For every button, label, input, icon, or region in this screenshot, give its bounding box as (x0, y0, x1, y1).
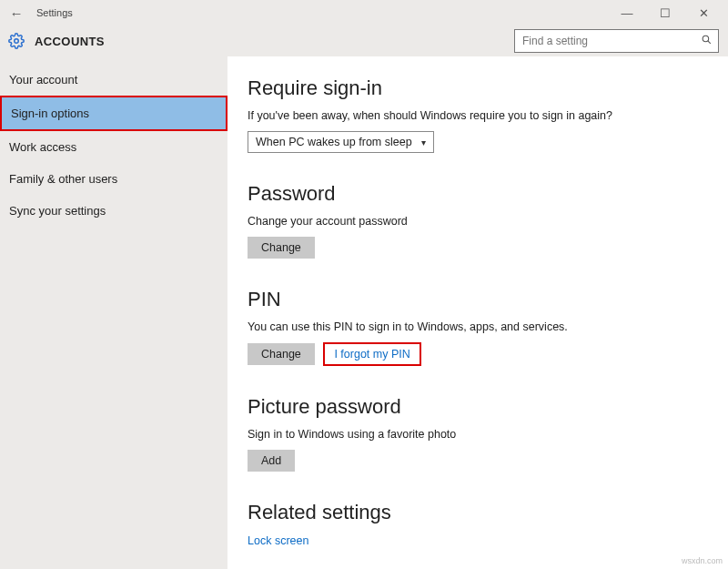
sidebar-item-sync-your-settings[interactable]: Sync your settings (0, 195, 228, 227)
maximize-button[interactable]: ☐ (646, 6, 684, 20)
sidebar-item-family-other-users[interactable]: Family & other users (0, 163, 228, 195)
sidebar-item-sign-in-options[interactable]: Sign-in options (0, 96, 228, 131)
minimize-button[interactable]: — (608, 6, 646, 20)
section-title: PIN (248, 288, 719, 311)
change-password-button[interactable]: Change (248, 237, 315, 259)
section-related-settings: Related settings Lock screen (248, 501, 719, 547)
section-password: Password Change your account password Ch… (248, 182, 719, 259)
section-title: Require sign-in (248, 76, 719, 100)
lock-screen-link[interactable]: Lock screen (248, 534, 308, 547)
forgot-pin-link[interactable]: I forgot my PIN (323, 342, 420, 366)
sidebar-item-label: Work access (9, 140, 76, 154)
section-desc: If you've been away, when should Windows… (248, 109, 719, 122)
section-title: Password (248, 182, 719, 206)
search-icon[interactable] (694, 34, 718, 48)
svg-point-1 (703, 36, 709, 42)
section-desc: You can use this PIN to sign in to Windo… (248, 320, 719, 333)
search-input[interactable] (515, 35, 694, 47)
sidebar-item-label: Family & other users (9, 172, 117, 186)
sidebar-item-work-access[interactable]: Work access (0, 131, 228, 163)
gear-icon (7, 32, 25, 50)
page-title: ACCOUNTS (35, 35, 105, 48)
section-desc: Sign in to Windows using a favorite phot… (248, 428, 719, 441)
close-button[interactable]: ✕ (684, 6, 723, 20)
main-panel: Require sign-in If you've been away, whe… (228, 56, 728, 569)
sidebar-item-label: Sign-in options (11, 107, 89, 120)
title-bar: ← Settings — ☐ ✕ (0, 0, 728, 25)
change-pin-button[interactable]: Change (248, 343, 315, 365)
signin-dropdown[interactable]: When PC wakes up from sleep ▾ (248, 131, 434, 153)
sidebar-item-label: Sync your settings (9, 204, 106, 218)
watermark: wsxdn.com (682, 556, 723, 565)
sidebar: Your account Sign-in options Work access… (0, 56, 228, 569)
back-button[interactable]: ← (5, 5, 27, 21)
header-bar: ACCOUNTS (0, 25, 728, 56)
section-title: Picture password (248, 395, 719, 419)
section-require-sign-in: Require sign-in If you've been away, whe… (248, 76, 719, 153)
content-area: Your account Sign-in options Work access… (0, 56, 728, 569)
dropdown-selected: When PC wakes up from sleep (256, 136, 412, 148)
sidebar-item-label: Your account (9, 73, 77, 86)
svg-line-2 (707, 41, 710, 44)
add-picture-password-button[interactable]: Add (248, 450, 295, 472)
chevron-down-icon: ▾ (421, 137, 426, 147)
search-box[interactable] (514, 29, 719, 53)
svg-point-0 (15, 39, 19, 44)
section-title: Related settings (248, 501, 719, 524)
section-picture-password: Picture password Sign in to Windows usin… (248, 395, 719, 472)
section-desc: Change your account password (248, 215, 719, 228)
window-title: Settings (36, 7, 73, 18)
section-pin: PIN You can use this PIN to sign in to W… (248, 288, 719, 366)
sidebar-item-your-account[interactable]: Your account (0, 64, 228, 96)
